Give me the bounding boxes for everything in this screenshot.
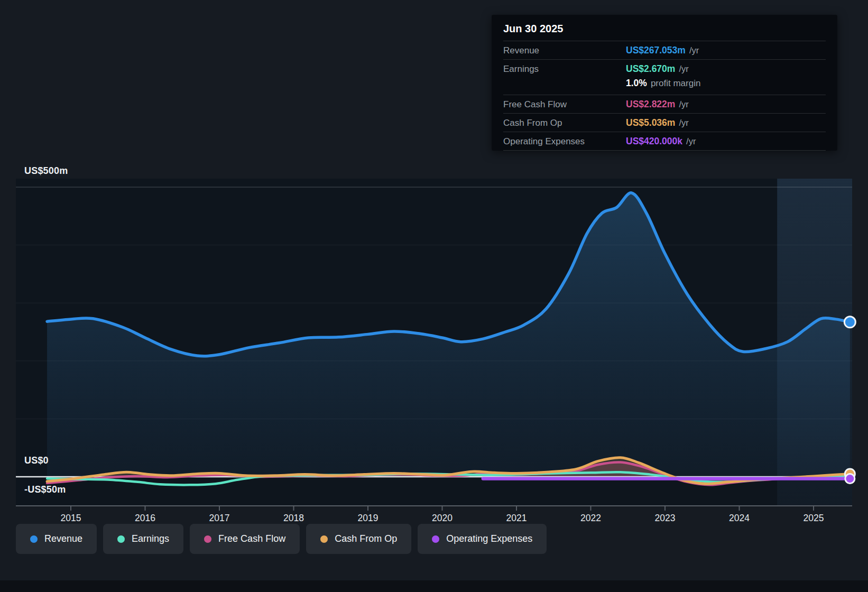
- x-axis-label-2023: 2023: [641, 513, 689, 524]
- x-axis-label-2021: 2021: [493, 513, 540, 524]
- tooltip-label-fcf: Free Cash Flow: [503, 99, 626, 110]
- chart-legend: RevenueEarningsFree Cash FlowCash From O…: [16, 524, 547, 554]
- tooltip-date: Jun 30 2025: [503, 15, 826, 41]
- legend-item-opex[interactable]: Operating Expenses: [418, 524, 547, 554]
- tooltip-label-revenue: Revenue: [503, 45, 626, 56]
- tooltip-suffix-opex: /yr: [686, 136, 696, 146]
- tooltip-row-opex: Operating ExpensesUS$420.000k/yr: [503, 132, 826, 150]
- legend-label-cash_from_op: Cash From Op: [335, 533, 397, 544]
- x-axis-label-2025: 2025: [790, 513, 837, 524]
- earnings-revenue-chart-panel: US$500mUS$0-US$50m 201520162017201820192…: [0, 0, 868, 592]
- x-axis-label-2018: 2018: [270, 513, 318, 524]
- x-axis-label-2024: 2024: [716, 513, 763, 524]
- tooltip-profit-margin-row: 1.0%profit margin: [503, 78, 826, 95]
- tooltip-value-earnings: US$2.670m: [626, 63, 675, 75]
- opex-legend-dot-icon: [432, 535, 439, 543]
- tooltip-value-revenue: US$267.053m: [626, 45, 686, 56]
- legend-label-earnings: Earnings: [132, 533, 169, 544]
- legend-item-earnings[interactable]: Earnings: [103, 524, 183, 554]
- legend-label-revenue: Revenue: [44, 533, 82, 544]
- tooltip-row-earnings: EarningsUS$2.670m/yr: [503, 59, 826, 78]
- tooltip-suffix-revenue: /yr: [689, 45, 699, 56]
- tooltip-row-cash_from_op: Cash From OpUS$5.036m/yr: [503, 113, 826, 132]
- x-axis-label-2016: 2016: [122, 513, 169, 524]
- x-axis-label-2015: 2015: [47, 513, 95, 524]
- x-axis-label-2020: 2020: [419, 513, 466, 524]
- tooltip-value-opex: US$420.000k: [626, 136, 682, 147]
- tooltip-suffix-fcf: /yr: [679, 99, 688, 109]
- legend-label-opex: Operating Expenses: [446, 533, 532, 544]
- legend-item-fcf[interactable]: Free Cash Flow: [190, 524, 300, 554]
- y-axis-label-0m: US$0: [24, 455, 49, 466]
- revenue-legend-dot-icon: [30, 535, 38, 543]
- tooltip-label-earnings: Earnings: [503, 64, 626, 75]
- cash_from_op-legend-dot-icon: [320, 535, 328, 543]
- tooltip-label-opex: Operating Expenses: [503, 136, 626, 147]
- legend-item-revenue[interactable]: Revenue: [16, 524, 97, 554]
- earnings-legend-dot-icon: [117, 535, 125, 543]
- x-axis-label-2022: 2022: [567, 513, 615, 524]
- tooltip-value-fcf: US$2.822m: [626, 99, 675, 110]
- bottom-strip: [0, 580, 868, 592]
- tooltip-row-fcf: Free Cash FlowUS$2.822m/yr: [503, 95, 826, 113]
- chart-tooltip: Jun 30 2025 RevenueUS$267.053m/yrEarning…: [492, 15, 837, 151]
- legend-label-fcf: Free Cash Flow: [218, 533, 285, 544]
- y-axis-label-500m: US$500m: [24, 165, 68, 177]
- tooltip-value-cash_from_op: US$5.036m: [626, 117, 675, 128]
- fcf-legend-dot-icon: [204, 535, 211, 543]
- x-axis-label-2019: 2019: [344, 513, 392, 524]
- x-axis-label-2017: 2017: [196, 513, 243, 524]
- revenue-endpoint-marker[interactable]: [844, 317, 855, 328]
- y-axis-label--50m: -US$50m: [24, 484, 66, 495]
- profit-margin-value: 1.0%: [626, 78, 647, 89]
- tooltip-suffix-cash_from_op: /yr: [679, 118, 688, 128]
- legend-item-cash_from_op[interactable]: Cash From Op: [306, 524, 411, 554]
- tooltip-row-revenue: RevenueUS$267.053m/yr: [503, 41, 826, 59]
- opex-endpoint-marker[interactable]: [845, 474, 855, 484]
- tooltip-suffix-earnings: /yr: [679, 64, 688, 74]
- profit-margin-text: profit margin: [651, 78, 700, 89]
- tooltip-bottom-divider: [503, 150, 826, 151]
- tooltip-label-cash_from_op: Cash From Op: [503, 118, 626, 128]
